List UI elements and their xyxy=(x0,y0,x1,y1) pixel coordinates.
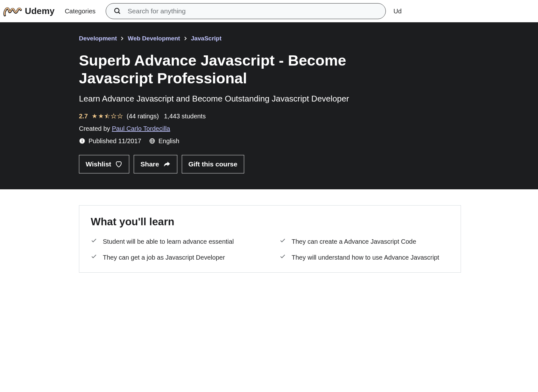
breadcrumb-javascript[interactable]: JavaScript xyxy=(191,35,222,42)
logo-text: Udemy xyxy=(25,6,54,16)
learn-text: They can get a job as Javascript Develop… xyxy=(103,253,225,262)
learn-item: They can create a Advance Javascript Cod… xyxy=(280,237,449,246)
svg-rect-3 xyxy=(82,141,82,142)
language: English xyxy=(149,137,180,145)
star-full-icon xyxy=(92,113,97,119)
search-icon xyxy=(114,7,121,15)
chevron-right-icon xyxy=(121,36,124,41)
check-icon xyxy=(280,253,286,260)
course-hero: Development Web Development JavaScript S… xyxy=(0,22,538,189)
search-input[interactable] xyxy=(128,7,378,15)
rating-count: (44 ratings) xyxy=(127,113,159,120)
star-rating xyxy=(92,113,123,119)
svg-line-1 xyxy=(118,12,120,14)
learn-item: They will understand how to use Advance … xyxy=(280,253,449,262)
udemy-logo-icon xyxy=(3,4,22,18)
search-bar[interactable] xyxy=(106,3,386,19)
svg-point-0 xyxy=(115,8,119,13)
published-date: Published 11/2017 xyxy=(79,137,141,145)
course-title: Superb Advance Javascript - Become Javas… xyxy=(79,52,365,88)
course-subtitle: Learn Advance Javascript and Become Outs… xyxy=(79,94,538,104)
what-youll-learn-card: What you'll learn Student will be able t… xyxy=(79,205,461,273)
star-empty-icon xyxy=(111,113,117,119)
rating-value: 2.7 xyxy=(79,113,88,120)
language-text: English xyxy=(159,137,180,145)
student-count: 1,443 students xyxy=(164,113,206,120)
author-link[interactable]: Paul Carlo Tordecilla xyxy=(112,125,170,132)
content-section: What you'll learn Student will be able t… xyxy=(0,189,538,273)
check-icon xyxy=(91,253,97,260)
check-icon xyxy=(91,237,97,244)
learn-text: They can create a Advance Javascript Cod… xyxy=(292,237,416,246)
chevron-right-icon xyxy=(184,36,187,41)
gift-button[interactable]: Gift this course xyxy=(182,155,244,173)
learn-text: Student will be able to learn advance es… xyxy=(103,237,234,246)
wishlist-label: Wishlist xyxy=(86,160,111,168)
published-text: Published 11/2017 xyxy=(88,137,141,145)
created-by: Created by Paul Carlo Tordecilla xyxy=(79,125,538,132)
breadcrumb: Development Web Development JavaScript xyxy=(79,35,538,42)
header: Udemy Categories Ud xyxy=(0,0,538,22)
header-right-text: Ud xyxy=(393,8,403,15)
action-buttons: Wishlist Share Gift this course xyxy=(79,155,538,173)
learn-item: They can get a job as Javascript Develop… xyxy=(91,253,260,262)
learn-grid: Student will be able to learn advance es… xyxy=(91,237,449,262)
created-by-prefix: Created by xyxy=(79,125,112,132)
check-icon xyxy=(280,237,286,244)
gift-label: Gift this course xyxy=(188,160,237,168)
wishlist-button[interactable]: Wishlist xyxy=(79,155,129,173)
globe-icon xyxy=(149,138,155,144)
share-button[interactable]: Share xyxy=(134,155,177,173)
share-label: Share xyxy=(140,160,159,168)
categories-link[interactable]: Categories xyxy=(62,8,98,15)
logo[interactable]: Udemy xyxy=(3,4,54,18)
breadcrumb-development[interactable]: Development xyxy=(79,35,117,42)
share-arrow-icon xyxy=(163,160,171,168)
meta-row: Published 11/2017 English xyxy=(79,137,538,145)
learn-item: Student will be able to learn advance es… xyxy=(91,237,260,246)
star-empty-icon xyxy=(117,113,123,119)
learn-text: They will understand how to use Advance … xyxy=(292,253,439,262)
star-half-icon xyxy=(104,113,110,119)
breadcrumb-webdev[interactable]: Web Development xyxy=(128,35,180,42)
rating-row: 2.7 (44 ratings) 1,443 students xyxy=(79,113,538,120)
svg-point-2 xyxy=(82,140,83,141)
star-full-icon xyxy=(98,113,104,119)
heart-icon xyxy=(115,160,123,168)
learn-title: What you'll learn xyxy=(91,216,449,228)
info-badge-icon xyxy=(79,138,85,144)
